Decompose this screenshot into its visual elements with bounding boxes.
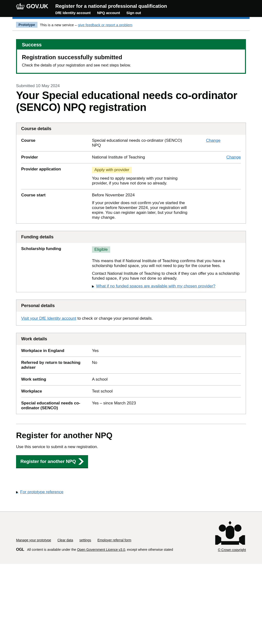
key-referred: Referred by return to teaching adviser [21, 360, 87, 370]
key-provider: Provider [21, 155, 87, 160]
change-course-link[interactable]: Change [206, 138, 221, 143]
dfe-identity-link[interactable]: Visit your DfE Identity account [21, 316, 76, 321]
card-title-course: Course details [16, 123, 246, 135]
funding-p2: Contact National Institute of Teaching t… [92, 271, 241, 281]
phase-banner: Prototype This is a new service – give f… [13, 19, 249, 31]
phase-tag: Prototype [16, 22, 38, 28]
funding-details-summary: What if no funded spaces are available w… [92, 284, 241, 288]
row-course: Course Special educational needs co-ordi… [21, 135, 241, 152]
success-notification: Success Registration successfully submit… [16, 39, 246, 74]
phase-text: This is a new service – give feedback or… [40, 23, 132, 27]
row-workplace: Workplace Test school [21, 386, 241, 397]
val-provider-app: You need to apply separately with your t… [92, 176, 189, 186]
val-course: Special educational needs co-ordinator (… [92, 138, 189, 148]
row-provider-application: Provider application Apply with provider… [21, 163, 241, 189]
success-tag: Success [17, 40, 245, 50]
page-title: Your Special educational needs co-ordina… [16, 89, 246, 113]
card-work-details: Work details Workplace in England Yes Re… [16, 333, 246, 414]
card-personal-details: Personal details Visit your DfE Identity… [16, 300, 246, 326]
key-provider-app: Provider application [21, 167, 87, 186]
success-heading: Registration successfully submitted [22, 54, 240, 61]
row-scholarship: Scholarship funding Eligible This means … [21, 243, 241, 292]
row-senco: Special educational needs co-ordinator (… [21, 397, 241, 414]
card-course-details: Course details Course Special educationa… [16, 122, 246, 224]
feedback-link[interactable]: give feedback or report a problem [78, 23, 132, 27]
royal-arms-icon [214, 521, 246, 545]
personal-after: to check or change your personal details… [76, 316, 153, 321]
row-referred: Referred by return to teaching adviser N… [21, 357, 241, 374]
funding-p1: This means that if National Institute of… [92, 258, 241, 268]
header-border [13, 17, 249, 19]
row-workplace-england: Workplace in England Yes [21, 345, 241, 357]
change-provider-link[interactable]: Change [226, 155, 241, 160]
tag-eligible: Eligible [92, 246, 110, 253]
register-another-body: Use this service to submit a new registr… [16, 444, 246, 449]
val-course-start-a: Before November 2024 [92, 193, 194, 198]
footer-clear-data[interactable]: Clear data [57, 538, 73, 542]
crown-copyright-link[interactable]: © Crown copyright [218, 548, 246, 552]
val-provider: National Institute of Teaching [92, 155, 210, 160]
footer-manage-prototype[interactable]: Manage your prototype [16, 538, 51, 542]
register-another-heading: Register for another NPQ [16, 431, 246, 440]
key-course: Course [21, 138, 87, 148]
site-header: GOV.UK Register for a national professio… [0, 0, 262, 17]
key-setting: Work setting [21, 377, 87, 382]
success-body: Check the details of your registration a… [22, 63, 240, 68]
val-referred: No [92, 360, 241, 370]
val-wp-england: Yes [92, 348, 241, 353]
ogl-icon: OGL [16, 548, 24, 552]
site-footer: Manage your prototype Clear data setting… [0, 512, 262, 564]
key-scholarship: Scholarship funding [21, 246, 87, 288]
row-provider: Provider National Institute of Teaching … [21, 152, 241, 163]
nav-sign-out[interactable]: Sign out [126, 11, 141, 15]
prototype-reference-disclosure[interactable]: For prototype reference [16, 490, 246, 494]
submitted-date: Submitted 10 May 2024 [16, 84, 246, 88]
ogl-link[interactable]: Open Government Licence v3.0 [77, 548, 125, 552]
val-senco: Yes – since March 2023 [92, 401, 241, 410]
val-setting: A school [92, 377, 241, 382]
val-course-start-b: If your provider does not confirm you've… [92, 200, 194, 220]
key-senco: Special educational needs co-ordinator (… [21, 401, 87, 410]
card-title-funding: Funding details [16, 231, 246, 243]
licence-text: All content is available under the Open … [27, 548, 173, 552]
card-title-personal: Personal details [16, 300, 246, 312]
key-wp-england: Workplace in England [21, 348, 87, 353]
val-workplace: Test school [92, 389, 241, 394]
row-work-setting: Work setting A school [21, 374, 241, 386]
card-funding-details: Funding details Scholarship funding Elig… [16, 231, 246, 292]
register-another-button[interactable]: Register for another NPQ [16, 455, 88, 468]
funding-details-disclosure[interactable]: What if no funded spaces are available w… [92, 284, 241, 288]
key-course-start: Course start [21, 193, 87, 220]
nav-dfe-identity[interactable]: DfE Identity account [55, 11, 90, 15]
header-nav: DfE Identity account NPQ account Sign ou… [55, 11, 246, 15]
footer-employer-referral[interactable]: Employer referral form [97, 538, 131, 542]
section-break [16, 424, 246, 424]
crown-icon [16, 3, 24, 10]
footer-settings[interactable]: settings [79, 538, 91, 542]
prototype-reference-summary: For prototype reference [16, 490, 246, 494]
tag-apply-with-provider: Apply with provider [92, 167, 132, 173]
govuk-logo[interactable]: GOV.UK [16, 3, 48, 10]
card-title-work: Work details [16, 333, 246, 345]
service-name[interactable]: Register for a national professional qua… [55, 3, 246, 9]
nav-npq-account[interactable]: NPQ account [97, 11, 120, 15]
logotype-text: GOV.UK [26, 3, 48, 10]
chevron-right-icon [78, 458, 84, 465]
key-workplace: Workplace [21, 389, 87, 394]
row-course-start: Course start Before November 2024 If you… [21, 189, 241, 223]
